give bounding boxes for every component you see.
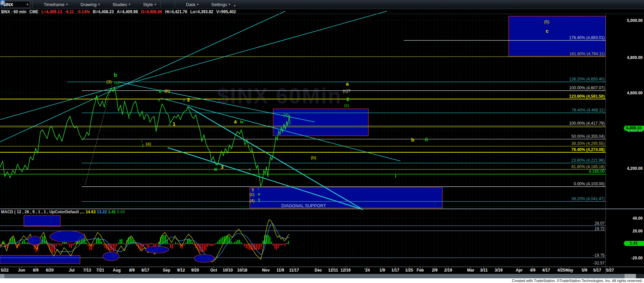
price-axis-label: 4,800.00 <box>627 56 643 60</box>
wave-annotation: 2 <box>187 97 190 102</box>
date-axis-label: 10/18 <box>237 268 247 272</box>
macd-value: 1.41 <box>108 210 117 214</box>
date-axis-label: Mar <box>467 268 474 272</box>
wave-annotation: 5 <box>252 188 254 192</box>
fib-level-label: 38.20% (4,041.47) <box>571 197 605 201</box>
wave-annotation: b <box>114 72 117 78</box>
date-axis-label: 4/9 <box>530 268 536 272</box>
wave-annotation: (3) <box>106 80 112 84</box>
date-axis-label: May <box>565 268 573 272</box>
scrollbar-right-cap[interactable] <box>624 274 636 278</box>
chart-canvas[interactable] <box>0 0 644 283</box>
date-axis-label: 7/13 <box>83 268 91 272</box>
wave-annotation: (a) <box>146 142 151 146</box>
fib-level-label: 76.40% (4,274.08) <box>571 148 605 152</box>
macd-level-label: -32.57 <box>593 261 605 265</box>
scrollbar-left-cap[interactable] <box>0 274 4 278</box>
tradestation-window: $INX ▾ Timeframe ▾ Drawing ▾ Studies ▾ <box>0 0 644 283</box>
wave-annotation: c <box>258 188 259 191</box>
date-axis-label: Jun <box>18 268 25 272</box>
macd-axis-label: 40.00 <box>633 216 643 220</box>
wave-annotation: (c) <box>344 103 349 107</box>
macd-level-label: 19.72 <box>595 227 605 231</box>
date-axis-label: 8/9 <box>129 268 135 272</box>
wave-annotation: b <box>183 99 185 102</box>
copyright-text: Created with TradeStation. ©TradeStation… <box>0 278 644 283</box>
wave-annotation: (a) <box>283 113 289 117</box>
fib-level-label: 38.20% (4,295.55) <box>571 142 605 146</box>
date-axis-label: Dec <box>315 268 322 272</box>
date-axis-label: 1/17 <box>391 268 399 272</box>
wave-annotation: a <box>128 116 130 119</box>
macd-level-label: 28.07 <box>595 221 605 225</box>
date-axis-label: 5/22 <box>1 268 8 272</box>
fib-level-label: 61.80% (4,185.18) <box>571 165 605 169</box>
date-axis-label: 12/19 <box>341 268 351 272</box>
wave-annotation: (b) <box>311 155 316 160</box>
date-axis-label: 9/12 <box>177 268 185 272</box>
date-axis-label: 9/20 <box>191 268 199 272</box>
date-axis-label: 2/9 <box>432 268 438 272</box>
date-axis-label: 12/11 <box>328 268 338 272</box>
wave-annotation: (4) <box>250 199 255 203</box>
wave-annotation: ii <box>425 137 428 142</box>
date-axis-label: 1/9 <box>380 268 385 272</box>
last-price-tag: 4,409.16 <box>623 126 644 131</box>
fib-level-label: 4,165.00 <box>589 169 605 174</box>
wave-annotation: DIAGONAL SUPPORT <box>281 203 326 208</box>
wave-annotation: c <box>141 140 143 143</box>
macd-value: 14.63 <box>85 210 97 214</box>
scrollbar-thumb[interactable] <box>4 274 624 278</box>
fib-level-label: 123.60% (4,561.50) <box>569 94 605 98</box>
wave-annotation: a <box>249 168 251 171</box>
price-axis-label: 4,200.00 <box>627 166 643 170</box>
wave-annotation: a <box>169 123 171 126</box>
macd-value: 0.00 <box>117 210 125 214</box>
date-axis-label: 4/17 <box>542 268 550 272</box>
fib-level-label: 138.20% (4,650.40) <box>569 77 605 81</box>
date-axis-label: 2/19 <box>444 268 452 272</box>
fib-level-label: 176.40% (4,883.01) <box>569 36 605 40</box>
wave-annotation: 2 <box>347 97 349 102</box>
date-axis-label: 6/20 <box>46 268 53 272</box>
date-axis-label: Sep <box>163 268 170 272</box>
date-axis-label: 4/25 <box>557 268 565 272</box>
wave-annotation: iii <box>214 167 217 171</box>
date-axis-label: 10/10 <box>223 268 233 272</box>
macd-study-label: MACD ( 12 , 26 , 9 , 1 , 1 , UpColorDefa… <box>1 210 125 214</box>
date-axis-label: 7/21 <box>96 268 104 272</box>
wave-annotation: 4 <box>234 119 237 124</box>
date-axis-label: 5/17 <box>593 268 601 272</box>
wave-annotation: (c)? <box>343 89 350 93</box>
macd-axis-label: -20.00 <box>631 256 643 260</box>
wave-annotation: (c) <box>250 192 254 196</box>
wave-annotation: a <box>346 81 349 86</box>
macd-value: 13.22 <box>97 210 108 214</box>
wave-annotation: i <box>142 144 143 148</box>
date-axis-label: Oct <box>210 268 217 272</box>
date-axis-label: 11/17 <box>289 268 299 272</box>
date-axis-label: Feb <box>417 268 424 272</box>
wave-annotation: ii <box>159 89 162 94</box>
date-axis-label: 5/27 <box>606 268 614 272</box>
price-axis-label: 5,000.00 <box>627 19 643 23</box>
wave-annotation: 1 <box>258 198 260 202</box>
horizontal-scrollbar[interactable] <box>0 274 644 278</box>
date-axis-label: 5/9 <box>582 268 587 272</box>
wave-annotation: 1 <box>173 121 175 126</box>
fib-level-label: 161.80% (4,794.11) <box>569 52 605 56</box>
wave-annotation: c <box>546 28 548 33</box>
date-axis-label: 3/19 <box>495 268 502 272</box>
fib-level-label: 0.00% (4,103.00) <box>574 182 605 186</box>
date-axis-label: Apr <box>516 268 523 272</box>
macd-params: MACD ( 12 , 26 , 9 , 1 , 1 , UpColorDefa… <box>1 210 85 214</box>
wave-annotation: b <box>251 148 253 151</box>
date-axis-label: 1/25 <box>405 268 413 272</box>
date-axis-label: 8/17 <box>141 268 149 272</box>
wave-annotation: (c) <box>114 81 119 85</box>
wave-annotation: (b) <box>165 89 170 93</box>
date-axis-label: Jul <box>69 268 74 272</box>
wave-annotation: 3 <box>221 164 223 169</box>
macd-level-label: -19.75 <box>593 253 605 257</box>
date-axis-label: Aug <box>113 268 120 272</box>
